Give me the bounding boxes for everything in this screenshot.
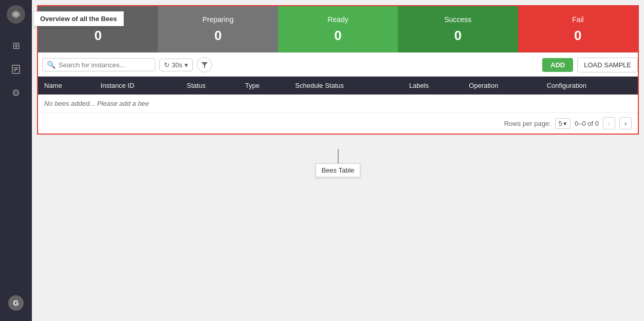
stat-fail-label: Fail bbox=[572, 15, 584, 24]
stat-card-success: Success 0 bbox=[398, 6, 518, 52]
table-header-row: Name Instance ID Status Type Schedule St… bbox=[38, 77, 638, 95]
refresh-dropdown-icon: ▾ bbox=[185, 61, 188, 69]
stat-ready-value: 0 bbox=[334, 28, 341, 44]
toolbar: 🔍 ↻ 30s ▾ ADD LOAD SAMPLE bbox=[38, 52, 638, 77]
rows-per-page-select[interactable]: 5 ▾ bbox=[555, 118, 571, 129]
col-instance-id: Instance ID bbox=[95, 77, 181, 95]
prev-page-button[interactable]: ‹ bbox=[603, 117, 615, 129]
table-container: Name Instance ID Status Type Schedule St… bbox=[38, 77, 638, 112]
red-border-container: Bees 0 Preparing 0 Ready 0 Success 0 Fai… bbox=[37, 5, 639, 135]
col-operation: Operation bbox=[463, 77, 540, 95]
load-sample-button[interactable]: LOAD SAMPLE bbox=[577, 58, 638, 72]
col-configuration: Configuration bbox=[541, 77, 638, 95]
pagination-range: 0–0 of 0 bbox=[575, 120, 599, 127]
bees-table-tooltip: Bees Table bbox=[316, 163, 360, 177]
bees-table-tooltip-wrapper: Bees Table bbox=[32, 149, 644, 177]
refresh-interval: 30s bbox=[172, 61, 182, 69]
main-content: Overview of all the Bees Bees 0 Preparin… bbox=[32, 0, 644, 321]
rows-per-page-dropdown-icon: ▾ bbox=[563, 120, 567, 127]
refresh-icon: ↻ bbox=[164, 61, 170, 69]
stat-success-label: Success bbox=[444, 15, 471, 24]
filter-button[interactable] bbox=[197, 57, 212, 72]
col-labels: Labels bbox=[403, 77, 463, 95]
stat-preparing-label: Preparing bbox=[203, 15, 234, 24]
col-schedule-status: Schedule Status bbox=[289, 77, 403, 95]
search-wrapper: 🔍 bbox=[42, 58, 155, 71]
bees-table: Name Instance ID Status Type Schedule St… bbox=[38, 77, 638, 112]
stat-bees-value: 0 bbox=[94, 28, 101, 44]
stat-success-value: 0 bbox=[454, 28, 462, 44]
search-input[interactable] bbox=[59, 61, 141, 69]
add-button[interactable]: ADD bbox=[542, 58, 573, 72]
stat-preparing-value: 0 bbox=[214, 28, 222, 44]
rows-per-page-value: 5 bbox=[559, 120, 562, 127]
sidebar-bottom: G bbox=[8, 295, 24, 311]
stat-card-fail: Fail 0 bbox=[518, 6, 638, 52]
col-type: Type bbox=[239, 77, 289, 95]
filter-icon bbox=[201, 61, 208, 68]
svg-marker-6 bbox=[201, 62, 208, 68]
report-icon[interactable] bbox=[8, 62, 24, 77]
pagination-row: Rows per page: 5 ▾ 0–0 of 0 ‹ › bbox=[38, 112, 638, 134]
col-name: Name bbox=[38, 77, 95, 95]
connector-line bbox=[338, 149, 339, 163]
overview-tooltip: Overview of all the Bees bbox=[33, 11, 124, 26]
settings-icon[interactable]: ⚙ bbox=[8, 85, 24, 101]
sidebar: ⊞ ⚙ G bbox=[0, 0, 32, 321]
stat-fail-value: 0 bbox=[574, 28, 581, 44]
sidebar-logo[interactable] bbox=[7, 5, 25, 24]
user-avatar[interactable]: G bbox=[8, 295, 24, 311]
stat-ready-label: Ready bbox=[327, 15, 348, 24]
col-status: Status bbox=[180, 77, 239, 95]
search-icon: 🔍 bbox=[47, 61, 56, 69]
next-page-button[interactable]: › bbox=[619, 117, 632, 129]
rows-per-page-label: Rows per page: bbox=[504, 120, 551, 127]
refresh-button[interactable]: ↻ 30s ▾ bbox=[159, 59, 193, 71]
empty-message-row: No bees added... Please add a bee bbox=[38, 95, 638, 112]
stat-card-preparing: Preparing 0 bbox=[158, 6, 278, 52]
stat-card-ready: Ready 0 bbox=[278, 6, 398, 52]
grid-icon[interactable]: ⊞ bbox=[8, 38, 24, 53]
stats-row: Bees 0 Preparing 0 Ready 0 Success 0 Fai… bbox=[38, 6, 638, 52]
empty-message: No bees added... Please add a bee bbox=[38, 95, 638, 112]
